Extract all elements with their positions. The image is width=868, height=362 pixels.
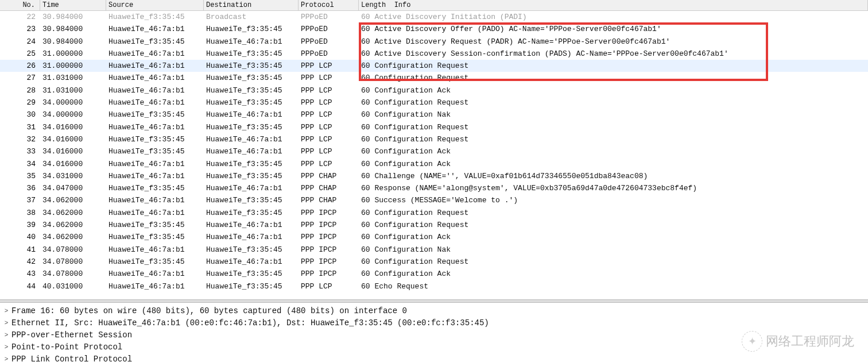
cell-protocol: PPPoED	[299, 23, 359, 35]
cell-no: 44	[0, 280, 40, 292]
cell-source: HuaweiTe_46:7a:b1	[106, 280, 204, 292]
packet-row[interactable]: 3634.047000HuaweiTe_f3:35:45HuaweiTe_46:…	[0, 182, 868, 194]
packet-row[interactable]: 4134.078000HuaweiTe_46:7a:b1HuaweiTe_f3:…	[0, 244, 868, 256]
cell-protocol: PPP LCP	[299, 97, 359, 109]
cell-source: HuaweiTe_46:7a:b1	[106, 72, 204, 84]
detail-text: PPP-over-Ethernet Session	[11, 329, 132, 341]
cell-destination: HuaweiTe_f3:35:45	[204, 244, 299, 256]
packet-row[interactable]: 3534.031000HuaweiTe_46:7a:b1HuaweiTe_f3:…	[0, 170, 868, 182]
cell-info: 60 Configuration Ack	[359, 84, 868, 97]
cell-destination: HuaweiTe_f3:35:45	[204, 268, 299, 280]
detail-tree-item[interactable]: >Frame 16: 60 bytes on wire (480 bits), …	[1, 305, 868, 317]
cell-destination: Broadcast	[204, 11, 299, 23]
cell-info: 60 Configuration Request	[359, 60, 868, 72]
cell-destination: HuaweiTe_f3:35:45	[204, 170, 299, 182]
col-header-no[interactable]: No.	[0, 0, 40, 10]
cell-time: 31.031000	[40, 84, 106, 97]
cell-protocol: PPP LCP	[299, 158, 359, 170]
cell-source: HuaweiTe_f3:35:45	[106, 109, 204, 121]
cell-source: HuaweiTe_f3:35:45	[106, 231, 204, 243]
cell-no: 42	[0, 256, 40, 268]
cell-destination: HuaweiTe_f3:35:45	[204, 60, 299, 72]
cell-info: 60 Active Discovery Initiation (PADI)	[359, 11, 868, 23]
cell-info: 60 Active Discovery Session-confirmation…	[359, 48, 868, 60]
col-header-destination[interactable]: Destination	[204, 0, 299, 10]
packet-row[interactable]: 3334.016000HuaweiTe_f3:35:45HuaweiTe_46:…	[0, 145, 868, 157]
cell-protocol: PPP IPCP	[299, 256, 359, 268]
packet-row[interactable]: 4234.078000HuaweiTe_f3:35:45HuaweiTe_46:…	[0, 256, 868, 268]
cell-source: HuaweiTe_46:7a:b1	[106, 121, 204, 133]
cell-source: HuaweiTe_f3:35:45	[106, 256, 204, 268]
cell-time: 34.062000	[40, 194, 106, 206]
cell-destination: HuaweiTe_f3:35:45	[204, 207, 299, 219]
col-header-source[interactable]: Source	[106, 0, 204, 10]
col-header-time[interactable]: Time	[40, 0, 106, 10]
cell-protocol: PPP IPCP	[299, 231, 359, 243]
cell-info: 60 Active Discovery Offer (PADO) AC-Name…	[359, 23, 868, 35]
cell-info: 60 Configuration Request	[359, 133, 868, 145]
cell-source: HuaweiTe_46:7a:b1	[106, 23, 204, 35]
cell-time: 30.984000	[40, 23, 106, 35]
cell-protocol: PPP IPCP	[299, 207, 359, 219]
cell-source: HuaweiTe_f3:35:45	[106, 11, 204, 23]
packet-list-header[interactable]: No. Time Source Destination Protocol Len…	[0, 0, 868, 11]
cell-protocol: PPP LCP	[299, 84, 359, 97]
col-header-protocol[interactable]: Protocol	[299, 0, 359, 10]
packet-row[interactable]: 2430.984000HuaweiTe_f3:35:45HuaweiTe_46:…	[0, 36, 868, 48]
cell-info: 60 Success (MESSAGE='Welcome to .')	[359, 194, 868, 206]
expand-icon[interactable]: >	[3, 341, 9, 353]
cell-no: 38	[0, 207, 40, 219]
packet-row[interactable]: 3934.062000HuaweiTe_f3:35:45HuaweiTe_46:…	[0, 219, 868, 231]
detail-tree-item[interactable]: >Ethernet II, Src: HuaweiTe_46:7a:b1 (00…	[1, 317, 868, 329]
cell-destination: HuaweiTe_46:7a:b1	[204, 36, 299, 48]
packet-row[interactable]: 3034.000000HuaweiTe_f3:35:45HuaweiTe_46:…	[0, 109, 868, 121]
cell-destination: HuaweiTe_f3:35:45	[204, 194, 299, 206]
expand-icon[interactable]: >	[3, 353, 9, 362]
cell-info: 60 Configuration Request	[359, 219, 868, 231]
packet-row[interactable]: 2531.000000HuaweiTe_46:7a:b1HuaweiTe_f3:…	[0, 48, 868, 60]
cell-destination: HuaweiTe_f3:35:45	[204, 23, 299, 35]
cell-destination: HuaweiTe_f3:35:45	[204, 97, 299, 109]
detail-tree-item[interactable]: >PPP-over-Ethernet Session	[1, 329, 868, 341]
cell-source: HuaweiTe_f3:35:45	[106, 182, 204, 194]
packet-row[interactable]: 4034.062000HuaweiTe_f3:35:45HuaweiTe_46:…	[0, 231, 868, 243]
expand-icon[interactable]: >	[3, 317, 9, 329]
cell-protocol: PPP IPCP	[299, 219, 359, 231]
cell-time: 34.047000	[40, 182, 106, 194]
expand-icon[interactable]: >	[3, 305, 9, 317]
packet-row[interactable]: 3134.016000HuaweiTe_46:7a:b1HuaweiTe_f3:…	[0, 121, 868, 133]
packet-row[interactable]: 3734.062000HuaweiTe_46:7a:b1HuaweiTe_f3:…	[0, 194, 868, 206]
packet-row[interactable]: 3234.016000HuaweiTe_f3:35:45HuaweiTe_46:…	[0, 133, 868, 145]
cell-info: 60 Configuration Request	[359, 72, 868, 84]
packet-row[interactable]: 2731.031000HuaweiTe_46:7a:b1HuaweiTe_f3:…	[0, 72, 868, 84]
cell-info: 60 Configuration Nak	[359, 109, 868, 121]
packet-row[interactable]: 2631.000000HuaweiTe_46:7a:b1HuaweiTe_f3:…	[0, 60, 868, 72]
packet-row[interactable]: 4334.078000HuaweiTe_46:7a:b1HuaweiTe_f3:…	[0, 268, 868, 280]
cell-info: 60 Response (NAME='along@system', VALUE=…	[359, 182, 868, 194]
cell-source: HuaweiTe_46:7a:b1	[106, 194, 204, 206]
cell-protocol: PPP LCP	[299, 109, 359, 121]
expand-icon[interactable]: >	[3, 329, 9, 341]
cell-info: 60 Configuration Ack	[359, 158, 868, 170]
cell-time: 34.000000	[40, 97, 106, 109]
packet-row[interactable]: 3434.016000HuaweiTe_46:7a:b1HuaweiTe_f3:…	[0, 158, 868, 170]
packet-details-pane[interactable]: >Frame 16: 60 bytes on wire (480 bits), …	[0, 303, 868, 362]
cell-info: 60 Configuration Ack	[359, 145, 868, 157]
packet-row[interactable]: 3834.062000HuaweiTe_46:7a:b1HuaweiTe_f3:…	[0, 207, 868, 219]
cell-source: HuaweiTe_46:7a:b1	[106, 60, 204, 72]
packet-row[interactable]: 2230.984000HuaweiTe_f3:35:45BroadcastPPP…	[0, 11, 868, 23]
packet-row[interactable]: 4440.031000HuaweiTe_46:7a:b1HuaweiTe_f3:…	[0, 280, 868, 292]
packet-row[interactable]: 2831.031000HuaweiTe_46:7a:b1HuaweiTe_f3:…	[0, 84, 868, 97]
cell-time: 34.016000	[40, 145, 106, 157]
cell-destination: HuaweiTe_46:7a:b1	[204, 219, 299, 231]
cell-time: 34.078000	[40, 244, 106, 256]
col-header-length-info[interactable]: Length Info	[359, 0, 868, 10]
cell-no: 41	[0, 244, 40, 256]
cell-no: 37	[0, 194, 40, 206]
packet-row[interactable]: 2330.984000HuaweiTe_46:7a:b1HuaweiTe_f3:…	[0, 23, 868, 35]
packet-list[interactable]: 2230.984000HuaweiTe_f3:35:45BroadcastPPP…	[0, 11, 868, 299]
cell-time: 34.062000	[40, 219, 106, 231]
detail-tree-item[interactable]: >Point-to-Point Protocol	[1, 341, 868, 353]
packet-row[interactable]: 2934.000000HuaweiTe_46:7a:b1HuaweiTe_f3:…	[0, 97, 868, 109]
detail-tree-item[interactable]: >PPP Link Control Protocol	[1, 353, 868, 362]
